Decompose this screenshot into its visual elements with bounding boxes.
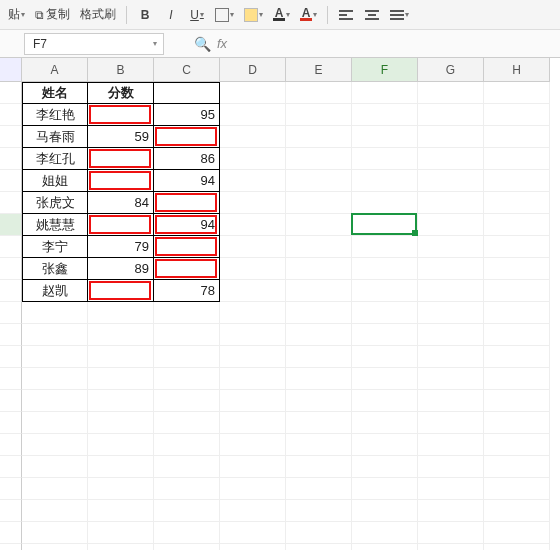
cell-H7[interactable]: [484, 214, 550, 236]
cell-D5[interactable]: [220, 170, 286, 192]
cell-A16[interactable]: [22, 412, 88, 434]
cell-E17[interactable]: [286, 434, 352, 456]
bold-button[interactable]: B: [133, 3, 157, 27]
row-header-14[interactable]: [0, 368, 22, 390]
cell-B5[interactable]: [88, 170, 154, 192]
cell-E18[interactable]: [286, 456, 352, 478]
name-box[interactable]: F7 ▾: [24, 33, 164, 55]
cell-B6[interactable]: 84: [88, 192, 154, 214]
cell-G5[interactable]: [418, 170, 484, 192]
cell-D7[interactable]: [220, 214, 286, 236]
cell-B22[interactable]: [88, 544, 154, 550]
cell-F15[interactable]: [352, 390, 418, 412]
column-header-C[interactable]: C: [154, 58, 220, 82]
cell-H6[interactable]: [484, 192, 550, 214]
cell-D18[interactable]: [220, 456, 286, 478]
cell-C14[interactable]: [154, 368, 220, 390]
cell-E14[interactable]: [286, 368, 352, 390]
cell-G18[interactable]: [418, 456, 484, 478]
cell-E8[interactable]: [286, 236, 352, 258]
cell-D3[interactable]: [220, 126, 286, 148]
cell-F21[interactable]: [352, 522, 418, 544]
cell-G17[interactable]: [418, 434, 484, 456]
cell-D20[interactable]: [220, 500, 286, 522]
column-header-F[interactable]: F: [352, 58, 418, 82]
spreadsheet-grid[interactable]: ABCDEFGH 姓名分数李红艳95马春雨59李红孔86姐姐94张虎文84姚慧慧…: [0, 58, 560, 550]
row-header-22[interactable]: [0, 544, 22, 550]
cell-D11[interactable]: [220, 302, 286, 324]
cell-F22[interactable]: [352, 544, 418, 550]
cell-A11[interactable]: [22, 302, 88, 324]
cell-C10[interactable]: 78: [154, 280, 220, 302]
cell-D2[interactable]: [220, 104, 286, 126]
column-header-G[interactable]: G: [418, 58, 484, 82]
row-header-20[interactable]: [0, 500, 22, 522]
row-header-1[interactable]: [0, 82, 22, 104]
cell-E12[interactable]: [286, 324, 352, 346]
align-dropdown-button[interactable]: ▾: [386, 3, 413, 27]
cell-B10[interactable]: [88, 280, 154, 302]
cell-C7[interactable]: 94: [154, 214, 220, 236]
column-header-H[interactable]: H: [484, 58, 550, 82]
cell-A5[interactable]: 姐姐: [22, 170, 88, 192]
align-left-button[interactable]: [334, 3, 358, 27]
cell-D13[interactable]: [220, 346, 286, 368]
cell-A20[interactable]: [22, 500, 88, 522]
cell-H2[interactable]: [484, 104, 550, 126]
cell-D16[interactable]: [220, 412, 286, 434]
chevron-down-icon[interactable]: ▾: [147, 39, 163, 48]
cell-E6[interactable]: [286, 192, 352, 214]
cell-F10[interactable]: [352, 280, 418, 302]
cell-H22[interactable]: [484, 544, 550, 550]
cell-A12[interactable]: [22, 324, 88, 346]
cell-G12[interactable]: [418, 324, 484, 346]
paste-button[interactable]: 贴▾: [4, 3, 29, 27]
row-header-17[interactable]: [0, 434, 22, 456]
cell-D17[interactable]: [220, 434, 286, 456]
row-header-15[interactable]: [0, 390, 22, 412]
cell-D22[interactable]: [220, 544, 286, 550]
cell-D15[interactable]: [220, 390, 286, 412]
cell-B19[interactable]: [88, 478, 154, 500]
column-header-B[interactable]: B: [88, 58, 154, 82]
cell-B8[interactable]: 79: [88, 236, 154, 258]
cell-H5[interactable]: [484, 170, 550, 192]
cell-A3[interactable]: 马春雨: [22, 126, 88, 148]
cell-A17[interactable]: [22, 434, 88, 456]
cell-G16[interactable]: [418, 412, 484, 434]
cell-G7[interactable]: [418, 214, 484, 236]
cell-B18[interactable]: [88, 456, 154, 478]
cell-D4[interactable]: [220, 148, 286, 170]
align-center-button[interactable]: [360, 3, 384, 27]
cell-E13[interactable]: [286, 346, 352, 368]
column-header-D[interactable]: D: [220, 58, 286, 82]
borders-button[interactable]: ▾: [211, 3, 238, 27]
cell-C1[interactable]: [154, 82, 220, 104]
cell-G20[interactable]: [418, 500, 484, 522]
cell-H19[interactable]: [484, 478, 550, 500]
cell-E4[interactable]: [286, 148, 352, 170]
cell-C22[interactable]: [154, 544, 220, 550]
cell-C12[interactable]: [154, 324, 220, 346]
cell-G15[interactable]: [418, 390, 484, 412]
cell-D19[interactable]: [220, 478, 286, 500]
cell-F4[interactable]: [352, 148, 418, 170]
cell-G14[interactable]: [418, 368, 484, 390]
cell-E9[interactable]: [286, 258, 352, 280]
cell-B11[interactable]: [88, 302, 154, 324]
cell-G9[interactable]: [418, 258, 484, 280]
row-header-9[interactable]: [0, 258, 22, 280]
cell-E20[interactable]: [286, 500, 352, 522]
cell-F20[interactable]: [352, 500, 418, 522]
cell-D10[interactable]: [220, 280, 286, 302]
cell-A21[interactable]: [22, 522, 88, 544]
cell-D1[interactable]: [220, 82, 286, 104]
cell-B7[interactable]: [88, 214, 154, 236]
formula-bar[interactable]: 🔍 fx: [194, 36, 233, 52]
cell-G3[interactable]: [418, 126, 484, 148]
cell-B21[interactable]: [88, 522, 154, 544]
cell-E3[interactable]: [286, 126, 352, 148]
cell-B12[interactable]: [88, 324, 154, 346]
cell-E15[interactable]: [286, 390, 352, 412]
row-header-16[interactable]: [0, 412, 22, 434]
